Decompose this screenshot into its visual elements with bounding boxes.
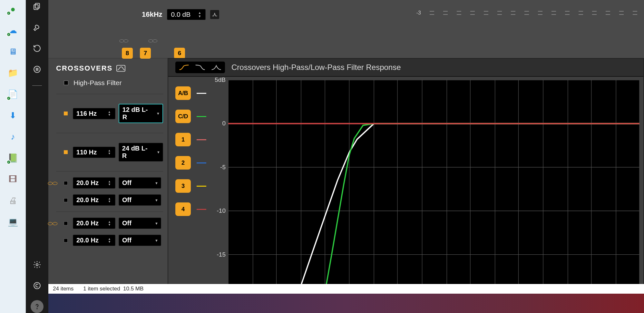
chevron-down-icon: ▼ [155, 181, 158, 185]
y-tick-label: 0 [222, 120, 226, 127]
desktop-icon[interactable]: 🖨 [7, 195, 19, 206]
desktop-icons-strip: ●✓☁✓O🖥T📁📄✓⬇♪📗✓🎞🖨💻N [0, 0, 26, 313]
filter-type-checkbox[interactable] [64, 81, 68, 85]
desktop-icon[interactable]: 📗✓ [7, 152, 19, 164]
list-icon[interactable] [31, 63, 44, 76]
row-enable-led[interactable] [64, 221, 68, 225]
link-icon[interactable]: ⬭⬭ [119, 37, 128, 44]
stepper-icon[interactable]: ▲▼ [108, 179, 112, 187]
link-icon[interactable]: ⬭⬭ [48, 180, 57, 186]
row-enable-led[interactable] [64, 181, 68, 185]
wrench-icon[interactable] [31, 21, 44, 34]
channel-box-6[interactable]: 6 [174, 48, 185, 59]
crossovers-panel: CROSSOVERS High-Pass Filter 116 Hz▲▼ 12 … [48, 58, 168, 313]
legend-line-swatch [197, 116, 206, 117]
highpass-shape-icon[interactable] [176, 63, 192, 72]
history-icon[interactable] [31, 42, 44, 55]
stepper-icon[interactable]: ▲▼ [108, 109, 112, 118]
stepper-icon[interactable]: ▲▼ [198, 10, 203, 19]
graph-toolbar: Crossovers High-Pass/Low-Pass Filter Res… [168, 59, 643, 77]
lowpass-shape-icon[interactable] [192, 63, 208, 72]
row-enable-led[interactable] [64, 112, 68, 115]
chevron-down-icon: ▼ [155, 239, 158, 242]
crossover-row-pair: ⬭⬭ 20.0 Hz▲▼ Off▼ 20.0 Hz▲▼ Off▼ [56, 211, 163, 252]
stepper-icon[interactable]: ▲▼ [108, 219, 112, 228]
filter-type-label: High-Pass Filter [73, 79, 122, 87]
eq-gain-input[interactable]: 0.0 dB ▲▼ [167, 9, 206, 20]
response-curve-icon[interactable] [116, 65, 125, 72]
legend-item[interactable]: 3 [175, 179, 210, 193]
chevron-down-icon: ▼ [155, 198, 158, 202]
crossover-row-pair: ⬭⬭ 20.0 Hz▲▼ Off▼ 20.0 Hz▲▼ Off▼ [56, 171, 163, 211]
slope-select[interactable]: 24 dB L-R▼ [119, 143, 163, 161]
desktop-icon-label: T [26, 49, 29, 54]
copy-icon[interactable] [31, 0, 44, 13]
freq-input[interactable]: 20.0 Hz▲▼ [73, 177, 115, 189]
legend-item[interactable]: A/B [175, 86, 210, 100]
svg-rect-10 [228, 80, 639, 298]
stepper-icon[interactable]: ▲▼ [108, 148, 112, 157]
response-plot[interactable] [228, 80, 639, 298]
desktop-icon[interactable]: ♪ [7, 131, 19, 142]
stepper-icon[interactable]: ▲▼ [108, 196, 112, 204]
graph-panel: Crossovers High-Pass/Low-Pass Filter Res… [168, 58, 644, 313]
filter-type-row: High-Pass Filter [56, 79, 163, 87]
channel-box-8[interactable]: 8 [122, 48, 133, 59]
legend-line-swatch [197, 186, 206, 187]
legend-item[interactable]: 1 [175, 133, 210, 146]
legend-item[interactable]: C/D [175, 110, 210, 123]
gear-icon[interactable] [31, 258, 44, 271]
stepper-icon[interactable]: ▲▼ [108, 236, 112, 245]
freq-input[interactable]: 116 Hz▲▼ [73, 108, 115, 119]
desktop-icon[interactable]: ●✓ [7, 3, 19, 15]
bandpass-shape-icon[interactable] [209, 63, 224, 72]
desktop-icon[interactable]: 📁 [7, 67, 19, 79]
desktop-icon[interactable]: 📄✓ [7, 88, 19, 100]
row-enable-led[interactable] [64, 150, 68, 154]
row-enable-led[interactable] [64, 198, 68, 202]
legend-button[interactable]: A/B [175, 86, 191, 100]
slope-select[interactable]: Off▼ [119, 218, 161, 229]
desktop-icon[interactable]: 🎞 [7, 173, 19, 185]
link-icon[interactable]: ⬭⬭ [148, 37, 157, 44]
crossovers-title: CROSSOVERS [56, 64, 163, 73]
freq-input[interactable]: 20.0 Hz▲▼ [73, 235, 115, 246]
legend-line-swatch [197, 139, 206, 140]
eq-top-row: 16kHz 0.0 dB ▲▼ -3 [48, 0, 644, 58]
y-tick-label: -10 [217, 207, 226, 214]
slope-select[interactable]: 12 dB L-R▼ [119, 104, 163, 123]
slope-select[interactable]: Off▼ [119, 235, 161, 246]
link-icon[interactable]: ⬭⬭ [48, 220, 57, 227]
legend-button[interactable]: 1 [175, 133, 191, 146]
legend-item[interactable]: 2 [175, 156, 210, 170]
legend-button[interactable]: 2 [175, 156, 191, 170]
plot-area[interactable]: 5dB0-5-10-15-20dB 10Hz162540631001602504… [210, 77, 643, 312]
channel-link-icons: ⬭⬭ ⬭⬭ [119, 37, 157, 44]
row-enable-led[interactable] [64, 239, 68, 242]
legend-button[interactable]: 4 [175, 202, 191, 216]
svg-rect-1 [34, 5, 38, 10]
crossover-row: 110 Hz▲▼ 24 dB L-R▼ [56, 133, 163, 171]
freq-input[interactable]: 20.0 Hz▲▼ [73, 194, 115, 206]
freq-input[interactable]: 20.0 Hz▲▼ [73, 218, 115, 229]
eq-band-shape-button[interactable] [210, 10, 219, 19]
meter-scale-row: -3 [416, 3, 644, 23]
meter-scale-label: -3 [416, 10, 421, 16]
freq-input[interactable]: 110 Hz▲▼ [73, 147, 115, 158]
legend-button[interactable]: 3 [175, 179, 191, 193]
desktop-icon-label: O [26, 28, 30, 33]
copyright-icon[interactable] [31, 279, 44, 292]
filter-shape-toggle[interactable] [175, 62, 225, 73]
legend-item[interactable]: 4 [175, 202, 210, 216]
desktop-icon[interactable]: 💻 [7, 216, 19, 228]
graph-title: Crossovers High-Pass/Low-Pass Filter Res… [231, 63, 401, 72]
desktop-icon[interactable]: ☁✓ [7, 24, 19, 36]
desktop-icon[interactable]: 🖥 [7, 46, 19, 57]
y-tick-label: -5 [220, 164, 226, 171]
slope-select[interactable]: Off▼ [119, 177, 161, 189]
help-icon[interactable] [31, 300, 44, 313]
channel-box-7[interactable]: 7 [140, 48, 151, 59]
slope-select[interactable]: Off▼ [119, 194, 161, 206]
legend-button[interactable]: C/D [175, 110, 191, 123]
desktop-icon[interactable]: ⬇ [7, 110, 19, 121]
